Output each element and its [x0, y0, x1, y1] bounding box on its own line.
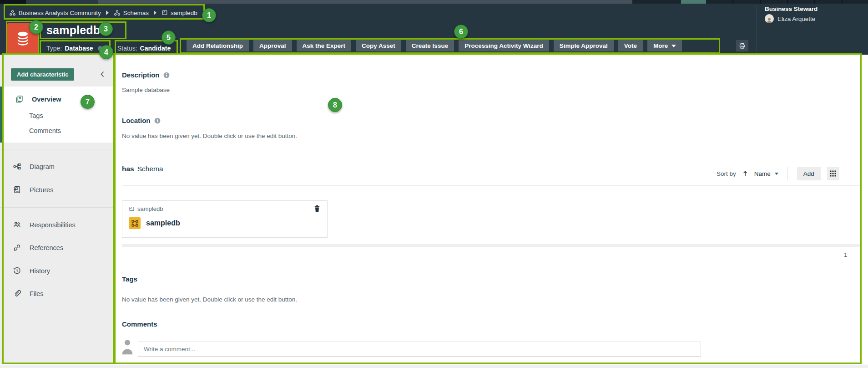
add-relation-button[interactable]: Add — [797, 167, 821, 180]
heading-text: Location — [122, 117, 151, 124]
chevron-left-icon — [100, 71, 105, 77]
add-characteristic-button[interactable]: Add characteristic — [11, 68, 74, 81]
asset-type-icon — [7, 23, 38, 54]
collapse-sidebar-button[interactable] — [98, 70, 107, 79]
more-label: More — [653, 42, 668, 49]
section-divider-thick — [122, 244, 861, 247]
sort-by-label: Sort by — [717, 170, 736, 177]
sidebar-item-overview[interactable]: Overview — [15, 95, 61, 103]
top-bar-segment — [632, 0, 681, 4]
sidebar-item-files[interactable]: Files — [13, 289, 44, 298]
comment-input[interactable] — [138, 342, 701, 357]
status-label: Status: — [117, 45, 137, 52]
top-bar-segment — [706, 0, 868, 4]
sidebar-item-label: Pictures — [30, 186, 53, 194]
heading-text: Comments — [122, 320, 157, 328]
sidebar-item-tags[interactable]: Tags — [29, 112, 43, 119]
top-bar-sliver — [0, 0, 868, 4]
asset-sidebar: Add characteristic Overview Tags Comment… — [0, 55, 115, 364]
grid-icon — [830, 170, 836, 177]
processing-activity-wizard-button[interactable]: Processing Activity Wizard — [459, 40, 549, 51]
sidebar-item-pictures[interactable]: Pictures — [13, 185, 53, 194]
info-icon[interactable] — [154, 118, 161, 124]
grid-view-button[interactable] — [827, 167, 839, 180]
sidebar-item-responsibilities[interactable]: Responsibilities — [13, 220, 76, 229]
sidebar-item-history[interactable]: History — [13, 266, 50, 275]
type-indicator-icon — [98, 46, 103, 51]
tags-heading: Tags — [122, 275, 137, 283]
sidebar-item-label: Tags — [29, 112, 43, 119]
header-divider — [757, 5, 757, 53]
asset-box-icon — [161, 10, 168, 16]
sidebar-item-label: Files — [30, 290, 44, 297]
top-bar-segment — [26, 0, 98, 4]
asset-header: Business Analysts Community Schemas samp… — [0, 4, 868, 55]
sidebar-item-references[interactable]: References — [13, 243, 63, 252]
asset-box-icon — [129, 206, 135, 212]
sidebar-item-label: Overview — [32, 96, 61, 103]
type-label: Type: — [46, 45, 62, 52]
location-empty-value[interactable]: No value has been given yet. Double clic… — [122, 133, 297, 139]
pagination-page-number[interactable]: 1 — [844, 251, 848, 258]
breadcrumb: Business Analysts Community Schemas samp… — [9, 7, 197, 19]
responsibility-user-name: Eliza Arquette — [777, 15, 815, 22]
sidebar-item-diagram[interactable]: Diagram — [13, 162, 55, 171]
sort-field-dropdown[interactable]: Name — [754, 170, 778, 177]
chevron-down-icon — [671, 45, 676, 47]
breadcrumb-item-community[interactable]: Business Analysts Community — [9, 10, 101, 16]
top-bar-segment — [0, 0, 26, 4]
description-heading: Description — [122, 71, 170, 79]
delete-relation-button[interactable] — [314, 205, 320, 214]
sidebar-item-label: History — [30, 267, 50, 275]
breadcrumb-item-asset[interactable]: sampledb — [161, 10, 197, 16]
person-silhouette-icon — [121, 338, 133, 355]
sidebar-item-comments[interactable]: Comments — [29, 127, 61, 134]
diagram-icon — [13, 162, 21, 171]
relation-heading: has Schema — [122, 165, 163, 173]
sidebar-item-label: Responsibilities — [30, 221, 76, 229]
printer-icon — [739, 42, 746, 49]
schema-icon — [129, 217, 141, 229]
relation-controls: Sort by Name Add — [717, 167, 839, 180]
relation-target: Schema — [137, 165, 163, 173]
people-icon — [13, 220, 21, 229]
page-bottom-strip — [0, 364, 868, 368]
comments-heading: Comments — [122, 320, 157, 328]
sidebar-divider — [0, 207, 114, 208]
asset-page: Business Analysts Community Schemas samp… — [0, 0, 868, 368]
type-value: Database — [65, 45, 93, 52]
database-icon — [14, 29, 32, 47]
approval-button[interactable]: Approval — [253, 40, 292, 51]
create-issue-button[interactable]: Create Issue — [406, 40, 454, 51]
tags-empty-value[interactable]: No value has been given yet. Double clic… — [122, 296, 297, 303]
description-value[interactable]: Sample database — [122, 87, 170, 93]
action-toolbar: Add Relationship Approval Ask the Expert… — [187, 40, 682, 51]
card-asset[interactable]: sampledb — [129, 217, 180, 229]
breadcrumb-label: sampledb — [171, 10, 197, 16]
paperclip-icon — [13, 289, 21, 298]
add-relationship-button[interactable]: Add Relationship — [187, 40, 249, 51]
responsibility-user[interactable]: Eliza Arquette — [765, 14, 815, 23]
avatar — [765, 14, 774, 23]
breadcrumb-separator-icon — [154, 10, 156, 15]
asset-status: Status: Candidate — [117, 45, 171, 52]
card-asset-name: sampledb — [146, 219, 180, 227]
vote-button[interactable]: Vote — [618, 40, 643, 51]
related-asset-card[interactable]: sampledb sampledb — [122, 200, 328, 238]
copy-asset-button[interactable]: Copy Asset — [356, 40, 401, 51]
breadcrumb-item-domain[interactable]: Schemas — [114, 10, 149, 16]
info-icon[interactable] — [163, 72, 170, 78]
card-parent: sampledb — [129, 205, 163, 212]
simple-approval-button[interactable]: Simple Approval — [554, 40, 614, 51]
top-bar-segment-active — [681, 0, 706, 4]
breadcrumb-separator-icon — [106, 10, 109, 15]
ask-the-expert-button[interactable]: Ask the Expert — [297, 40, 352, 51]
relation-type: has — [122, 165, 134, 173]
trash-icon — [314, 205, 320, 212]
more-button[interactable]: More — [647, 40, 682, 51]
sort-ascending-icon[interactable] — [742, 170, 748, 177]
print-button[interactable] — [736, 40, 748, 51]
sidebar-item-label: References — [30, 244, 63, 251]
community-icon — [114, 10, 121, 16]
location-heading: Location — [122, 117, 161, 124]
